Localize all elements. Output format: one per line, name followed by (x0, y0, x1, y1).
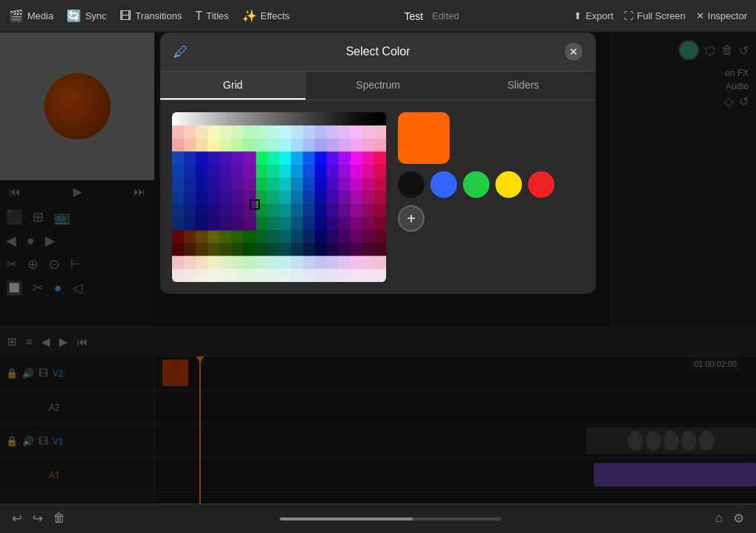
progress-fill (280, 517, 413, 520)
export-icon: ⬆ (574, 10, 582, 21)
media-icon: 🎬 (9, 9, 24, 23)
fullscreen-button[interactable]: ⛶ Full Screen (624, 10, 686, 21)
preset-swatches (398, 171, 584, 198)
titles-icon: T (195, 10, 202, 23)
bottom-center (66, 517, 715, 520)
eyedropper-icon[interactable]: 🖊 (173, 44, 188, 61)
dialog-title: Select Color (346, 45, 410, 58)
bottom-left: ↩ ↪ 🗑 (12, 511, 66, 526)
settings-button[interactable]: ⚙ (733, 511, 744, 526)
undo-button[interactable]: ↩ (12, 511, 22, 526)
effects-icon: ✨ (242, 9, 257, 23)
inspector-label: Inspector (708, 10, 747, 21)
tab-spectrum[interactable]: Spectrum (306, 72, 451, 100)
fullscreen-label: Full Screen (637, 10, 686, 21)
effects-label: Effects (261, 10, 290, 21)
tab-sliders[interactable]: Sliders (450, 72, 596, 100)
sync-label: Sync (85, 10, 106, 21)
swatch-yellow[interactable] (495, 171, 522, 198)
toolbar-item-media[interactable]: 🎬 Media (9, 9, 53, 23)
modal-overlay: 🖊 Select Color ✕ Grid Spectrum Sliders (0, 32, 756, 503)
dialog-body: + (160, 100, 596, 294)
home-button[interactable]: ⌂ (715, 511, 723, 526)
delete-button[interactable]: 🗑 (53, 511, 66, 526)
media-label: Media (27, 10, 53, 21)
dialog-tabs: Grid Spectrum Sliders (160, 72, 596, 100)
toolbar-center: Test Edited (303, 10, 560, 22)
fullscreen-icon: ⛶ (624, 10, 633, 21)
add-swatch-button[interactable]: + (398, 205, 425, 232)
toolbar-item-titles[interactable]: T Titles (195, 10, 228, 23)
progress-bar (280, 517, 501, 520)
swatch-green[interactable] (463, 171, 489, 198)
dialog-header: 🖊 Select Color ✕ (160, 32, 596, 72)
color-dialog: 🖊 Select Color ✕ Grid Spectrum Sliders (160, 32, 596, 294)
toolbar-item-effects[interactable]: ✨ Effects (242, 9, 290, 23)
redo-button[interactable]: ↪ (32, 511, 43, 526)
bottom-bar: ↩ ↪ 🗑 ⌂ ⚙ (0, 503, 756, 533)
inspector-icon: ✕ (696, 10, 704, 21)
project-subtitle: Edited (432, 10, 459, 21)
bottom-right: ⌂ ⚙ (715, 511, 744, 526)
swatch-black[interactable] (398, 171, 425, 198)
current-color-box[interactable] (398, 112, 450, 164)
top-toolbar: 🎬 Media 🔄 Sync 🎞 Transitions T Titles ✨ … (0, 0, 756, 32)
export-button[interactable]: ⬆ Export (574, 10, 614, 21)
titles-label: Titles (206, 10, 229, 21)
color-grid-canvas[interactable] (172, 112, 386, 282)
color-grid-container[interactable] (172, 112, 386, 282)
color-grid-cursor (250, 199, 260, 210)
swatches-panel: + (398, 112, 584, 282)
swatch-blue[interactable] (430, 171, 457, 198)
toolbar-item-transitions[interactable]: 🎞 Transitions (120, 10, 182, 23)
transitions-label: Transitions (135, 10, 182, 21)
toolbar-right: ⬆ Export ⛶ Full Screen ✕ Inspector (574, 10, 747, 21)
inspector-button[interactable]: ✕ Inspector (696, 10, 747, 21)
dialog-close-button[interactable]: ✕ (565, 43, 583, 61)
project-title: Test (404, 10, 423, 22)
tab-grid[interactable]: Grid (160, 72, 306, 100)
export-label: Export (585, 10, 614, 21)
sync-icon: 🔄 (66, 9, 81, 23)
transitions-icon: 🎞 (120, 10, 131, 23)
swatch-red[interactable] (528, 171, 554, 198)
toolbar-item-sync[interactable]: 🔄 Sync (66, 9, 106, 23)
